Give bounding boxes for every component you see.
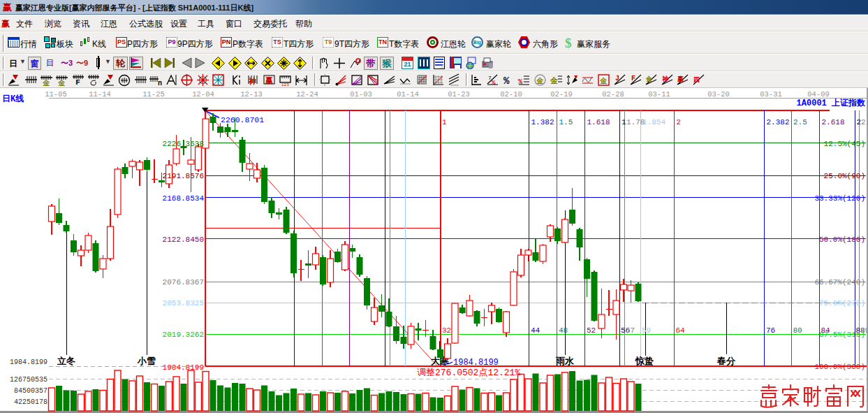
svg-text:50.0%(180): 50.0%(180): [819, 236, 865, 244]
svg-text:F: F: [75, 78, 80, 87]
svg-text:2226.3638: 2226.3638: [163, 140, 204, 148]
svg-text:75.0%(270): 75.0%(270): [819, 299, 865, 307]
svg-text:1.618: 1.618: [587, 118, 610, 126]
svg-text:01-03: 01-03: [350, 90, 372, 99]
svg-text:1.382: 1.382: [531, 118, 554, 126]
svg-text:1: 1: [442, 118, 447, 126]
svg-text:日K线: 日K线: [2, 94, 24, 104]
svg-text:小雪: 小雪: [137, 356, 156, 367]
svg-text:惊蛰: 惊蛰: [635, 356, 654, 367]
svg-text:57: 57: [626, 326, 635, 335]
svg-text:F: F: [631, 75, 635, 82]
svg-text:01-14: 01-14: [397, 90, 419, 99]
svg-text:金: 金: [58, 79, 66, 87]
svg-text:赢: 赢: [265, 76, 273, 85]
svg-text:1984.8199: 1984.8199: [163, 363, 204, 372]
svg-text:126750535: 126750535: [10, 376, 47, 384]
svg-text:2053.8325: 2053.8325: [163, 299, 204, 307]
svg-text:87.5%(315): 87.5%(315): [819, 331, 865, 339]
svg-text:12-13: 12-13: [240, 90, 263, 99]
svg-text:%: %: [492, 80, 496, 87]
svg-text:80: 80: [793, 326, 802, 335]
svg-text:1984.8199: 1984.8199: [453, 358, 499, 368]
svg-text:25.0%(90): 25.0%(90): [824, 172, 865, 180]
svg-text:金: 金: [600, 77, 608, 85]
svg-text:2.618: 2.618: [822, 118, 845, 126]
svg-text:2019.3262: 2019.3262: [163, 331, 204, 339]
svg-text:11-25: 11-25: [142, 90, 165, 99]
svg-text:1.854: 1.854: [642, 118, 665, 126]
svg-text:44: 44: [531, 326, 540, 335]
svg-text:02-28: 02-28: [602, 90, 624, 99]
svg-text:立冬: 立冬: [57, 356, 75, 367]
svg-text:赢: 赢: [677, 75, 684, 83]
svg-text:金: 金: [536, 77, 544, 85]
svg-text:金: 金: [550, 76, 559, 85]
svg-text:2076.8367: 2076.8367: [163, 278, 204, 287]
svg-text:03-31: 03-31: [760, 90, 782, 99]
svg-text:神: 神: [248, 77, 256, 86]
svg-text:神: 神: [661, 75, 668, 83]
svg-text:03-11: 03-11: [648, 90, 670, 99]
svg-text:11-05: 11-05: [45, 90, 67, 99]
svg-text:11-14: 11-14: [89, 90, 111, 99]
svg-text:2.5: 2.5: [793, 118, 807, 126]
svg-text:金: 金: [43, 79, 50, 87]
svg-text:1984.8199: 1984.8199: [10, 358, 47, 366]
svg-text:2168.8534: 2168.8534: [163, 194, 205, 203]
svg-text:76: 76: [766, 326, 775, 335]
svg-text:金: 金: [645, 75, 653, 83]
svg-text:52: 52: [587, 326, 596, 335]
svg-text:48: 48: [559, 326, 568, 335]
svg-text:2.382: 2.382: [767, 118, 790, 126]
svg-text:02-19: 02-19: [550, 90, 573, 99]
svg-text:J: J: [615, 75, 619, 82]
svg-text:04-09: 04-09: [807, 90, 830, 99]
svg-text:33.33%(120): 33.33%(120): [814, 194, 865, 203]
svg-text:12-24: 12-24: [296, 90, 318, 99]
svg-text:2: 2: [677, 118, 682, 126]
svg-text:32: 32: [442, 326, 451, 335]
svg-text:%: %: [503, 75, 510, 87]
svg-text:春分: 春分: [716, 356, 736, 367]
svg-text:03-20: 03-20: [707, 90, 730, 99]
svg-text:2260.8701: 2260.8701: [221, 115, 264, 124]
svg-text:1: 1: [621, 118, 626, 126]
svg-text:n²: n²: [158, 80, 162, 87]
svg-text:84500357: 84500357: [14, 387, 47, 395]
svg-text:42250178: 42250178: [14, 398, 47, 406]
svg-text:02-10: 02-10: [500, 90, 522, 99]
svg-text:四: 四: [693, 77, 700, 84]
svg-text:2.: 2.: [861, 118, 868, 126]
svg-text:调整276.0502点12.21%: 调整276.0502点12.21%: [417, 368, 520, 378]
svg-text:66.67%(240): 66.67%(240): [814, 278, 865, 287]
svg-text:2122.8450: 2122.8450: [163, 236, 204, 244]
svg-text:123: 123: [281, 82, 289, 87]
svg-text:100.0%(360): 100.0%(360): [814, 363, 865, 371]
svg-text:1.5: 1.5: [559, 118, 573, 126]
svg-text:01-23: 01-23: [448, 90, 470, 99]
svg-text:12-04: 12-04: [192, 90, 214, 99]
svg-text:2191.8576: 2191.8576: [163, 172, 204, 180]
svg-text:64: 64: [676, 326, 686, 335]
svg-text:12.5%(45): 12.5%(45): [824, 140, 865, 148]
svg-text:59: 59: [642, 326, 651, 335]
svg-text:1A0001 上证指数: 1A0001 上证指数: [797, 98, 866, 108]
svg-text:雨水: 雨水: [555, 356, 575, 367]
